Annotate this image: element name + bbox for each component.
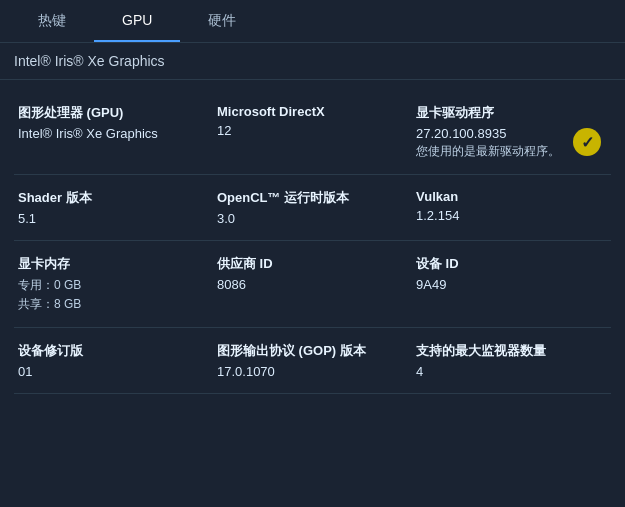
info-cell-driver: 显卡驱动程序27.20.100.8935您使用的是最新驱动程序。 (412, 90, 611, 175)
driver-status: 27.20.100.8935您使用的是最新驱动程序。 (416, 126, 601, 160)
tab-bar: 热键GPU硬件 (0, 0, 625, 43)
tab-hotkeys[interactable]: 热键 (10, 0, 94, 42)
cell-label-gop: 图形输出协议 (GOP) 版本 (217, 342, 402, 360)
info-cell-vendor-id: 供应商 ID8086 (213, 241, 412, 328)
cell-label-vulkan: Vulkan (416, 189, 601, 204)
info-cell-revision: 设备修订版01 (14, 328, 213, 394)
driver-check-icon (573, 128, 601, 156)
info-cell-directx: Microsoft DirectX12 (213, 90, 412, 175)
cell-value-driver: 27.20.100.8935 (416, 126, 565, 141)
cell-label-directx: Microsoft DirectX (217, 104, 402, 119)
info-cell-vulkan: Vulkan1.2.154 (412, 175, 611, 241)
info-cell-max-displays: 支持的最大监视器数量4 (412, 328, 611, 394)
cell-sub-vram: 专用：0 GB (18, 277, 203, 294)
info-cell-opencl: OpenCL™ 运行时版本3.0 (213, 175, 412, 241)
info-grid: 图形处理器 (GPU)Intel® Iris® Xe GraphicsMicro… (14, 90, 611, 394)
cell-value-revision: 01 (18, 364, 203, 379)
cell-value-directx: 12 (217, 123, 402, 138)
cell-value-opencl: 3.0 (217, 211, 402, 226)
tab-gpu[interactable]: GPU (94, 0, 180, 42)
driver-info: 27.20.100.8935您使用的是最新驱动程序。 (416, 126, 565, 160)
cell-label-opencl: OpenCL™ 运行时版本 (217, 189, 402, 207)
cell-label-max-displays: 支持的最大监视器数量 (416, 342, 601, 360)
cell-label-shader: Shader 版本 (18, 189, 203, 207)
sub-header: Intel® Iris® Xe Graphics (0, 43, 625, 80)
cell-value-vulkan: 1.2.154 (416, 208, 601, 223)
cell-label-device-id: 设备 ID (416, 255, 601, 273)
cell-sub-vram: 共享：8 GB (18, 296, 203, 313)
cell-label-vram: 显卡内存 (18, 255, 203, 273)
info-cell-vram: 显卡内存专用：0 GB共享：8 GB (14, 241, 213, 328)
cell-label-vendor-id: 供应商 ID (217, 255, 402, 273)
info-cell-gpu-name: 图形处理器 (GPU)Intel® Iris® Xe Graphics (14, 90, 213, 175)
cell-value-vendor-id: 8086 (217, 277, 402, 292)
info-cell-shader: Shader 版本5.1 (14, 175, 213, 241)
cell-label-revision: 设备修订版 (18, 342, 203, 360)
cell-value-device-id: 9A49 (416, 277, 601, 292)
content-area: 图形处理器 (GPU)Intel® Iris® Xe GraphicsMicro… (0, 80, 625, 404)
cell-label-gpu-name: 图形处理器 (GPU) (18, 104, 203, 122)
cell-label-driver: 显卡驱动程序 (416, 104, 601, 122)
info-cell-device-id: 设备 ID9A49 (412, 241, 611, 328)
info-cell-gop: 图形输出协议 (GOP) 版本17.0.1070 (213, 328, 412, 394)
cell-value-gpu-name: Intel® Iris® Xe Graphics (18, 126, 203, 141)
cell-sub-driver: 您使用的是最新驱动程序。 (416, 143, 565, 160)
cell-value-max-displays: 4 (416, 364, 601, 379)
cell-value-gop: 17.0.1070 (217, 364, 402, 379)
cell-value-shader: 5.1 (18, 211, 203, 226)
tab-hardware[interactable]: 硬件 (180, 0, 264, 42)
